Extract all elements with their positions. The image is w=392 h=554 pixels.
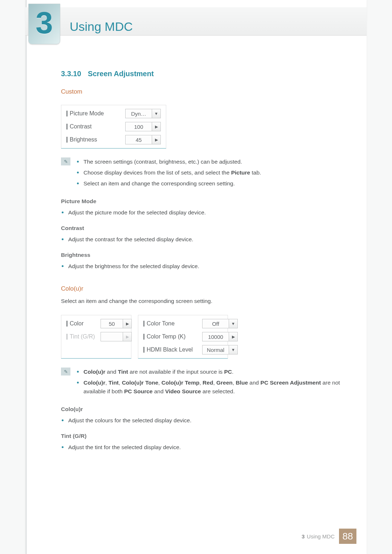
tint-item-head: Tint (G/R) xyxy=(61,433,348,439)
content: 3.3.10 Screen Adjustment Custom Picture … xyxy=(61,70,348,454)
hdmi-black-label: HDMI Black Level xyxy=(143,346,202,353)
section-title: Screen Adjustment xyxy=(83,70,154,78)
section-heading: 3.3.10 Screen Adjustment xyxy=(61,70,348,78)
contrast-head: Contrast xyxy=(61,225,348,231)
contrast-input[interactable] xyxy=(125,122,152,131)
section-number: 3.3.10 xyxy=(61,70,81,78)
chapter-badge: 3 xyxy=(28,4,60,44)
spinner-icon: ▶ xyxy=(123,332,132,341)
left-stripe xyxy=(25,0,27,554)
colour-right-panel: Color Tone ▼ Color Temp (K) ▶ xyxy=(138,315,228,359)
brightness-desc: Adjust the brightness for the selected d… xyxy=(61,262,348,271)
note-item: Choose display devices from the list of … xyxy=(76,168,261,177)
custom-note: ✎ The screen settings (contrast, brightn… xyxy=(61,157,348,190)
tint-input xyxy=(101,332,123,341)
color-label: Color xyxy=(66,320,101,327)
note-item: Colo(u)r, Tint, Colo(u)r Tone, Colo(u)r … xyxy=(76,378,348,396)
color-input[interactable] xyxy=(101,319,123,328)
dropdown-icon[interactable]: ▼ xyxy=(229,319,238,328)
custom-panel: Picture Mode ▼ Contrast ▶ Brightness xyxy=(61,105,166,149)
color-tone-row: Color Tone ▼ xyxy=(143,319,238,328)
picture-mode-label: Picture Mode xyxy=(66,110,125,117)
contrast-label: Contrast xyxy=(66,123,125,130)
page: 3 Using MDC 3.3.10 Screen Adjustment Cus… xyxy=(25,0,367,554)
color-tone-select[interactable] xyxy=(202,319,229,328)
picture-mode-head: Picture Mode xyxy=(61,198,348,205)
colour-left-panel: Color ▶ Tint (G/R) ▶ xyxy=(61,315,131,359)
custom-heading: Custom xyxy=(61,88,348,95)
spinner-icon[interactable]: ▶ xyxy=(152,135,161,144)
brightness-row: Brightness ▶ xyxy=(66,135,161,144)
hdmi-black-select[interactable] xyxy=(202,345,229,354)
contrast-row: Contrast ▶ xyxy=(66,122,161,131)
spinner-icon[interactable]: ▶ xyxy=(229,332,238,341)
color-tone-label: Color Tone xyxy=(143,320,202,327)
picture-mode-row: Picture Mode ▼ xyxy=(66,109,161,118)
page-number: 88 xyxy=(339,529,356,544)
hdmi-black-row: HDMI Black Level ▼ xyxy=(143,345,238,354)
brightness-label: Brightness xyxy=(66,136,125,143)
spinner-icon[interactable]: ▶ xyxy=(152,122,161,131)
note-item: Select an item and change the correspond… xyxy=(76,179,261,188)
chapter-title: Using MDC xyxy=(70,20,133,34)
colour-item-head: Colo(u)r xyxy=(61,406,348,413)
tint-row: Tint (G/R) ▶ xyxy=(66,332,132,341)
page-footer: 3 Using MDC 88 xyxy=(302,529,356,544)
tint-item-desc: Adjust the tint for the selected display… xyxy=(61,443,348,452)
brightness-head: Brightness xyxy=(61,252,348,258)
spinner-icon[interactable]: ▶ xyxy=(123,319,132,328)
note-item: The screen settings (contrast, brightnes… xyxy=(76,157,261,166)
dropdown-icon[interactable]: ▼ xyxy=(229,345,238,354)
footer-caption: 3 Using MDC xyxy=(302,529,335,544)
colour-note: ✎ Colo(u)r and Tint are not available if… xyxy=(61,368,348,398)
tint-label: Tint (G/R) xyxy=(66,333,101,340)
color-temp-input[interactable] xyxy=(202,332,229,341)
chapter-number: 3 xyxy=(28,4,60,44)
page-header: 3 Using MDC xyxy=(25,7,367,36)
picture-mode-select[interactable] xyxy=(125,109,152,118)
colour-heading: Colo(u)r xyxy=(61,285,348,292)
note-item: Colo(u)r and Tint are not available if t… xyxy=(76,368,348,376)
color-temp-row: Color Temp (K) ▶ xyxy=(143,332,238,341)
dropdown-icon[interactable]: ▼ xyxy=(152,109,161,118)
picture-mode-desc: Adjust the picture mode for the selected… xyxy=(61,208,348,217)
note-icon: ✎ xyxy=(61,368,70,376)
color-temp-label: Color Temp (K) xyxy=(143,333,202,340)
note-icon: ✎ xyxy=(61,157,70,165)
contrast-desc: Adjust the contrast for the selected dis… xyxy=(61,235,348,244)
colour-item-desc: Adjust the colours for the selected disp… xyxy=(61,416,348,425)
color-row: Color ▶ xyxy=(66,319,132,328)
brightness-input[interactable] xyxy=(125,135,152,144)
colour-intro: Select an item and change the correspond… xyxy=(61,297,348,305)
